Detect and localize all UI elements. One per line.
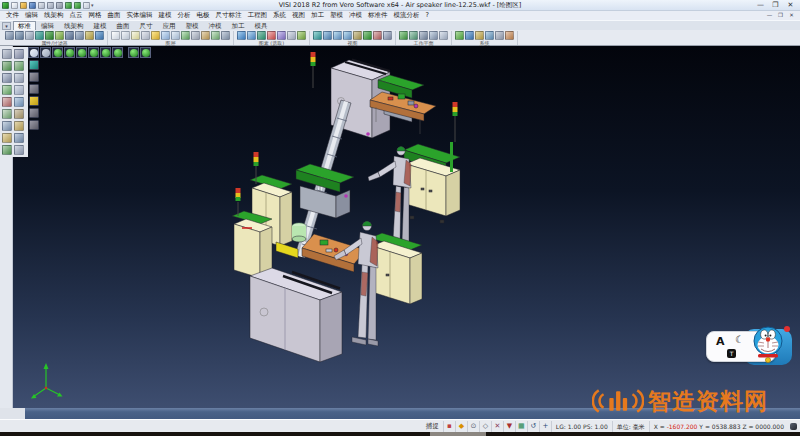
view-shaded-icon[interactable]	[140, 47, 151, 58]
minimize-button[interactable]: —	[753, 0, 768, 10]
move-entity-icon[interactable]	[2, 61, 12, 71]
menu-item[interactable]: ?	[423, 11, 432, 20]
trim-icon[interactable]	[2, 97, 12, 107]
ime-mode-indicator[interactable]: A	[716, 335, 725, 348]
crosshair-icon[interactable]: +	[539, 421, 551, 432]
menu-item[interactable]: 加工	[308, 11, 327, 20]
view-front-icon[interactable]	[28, 47, 39, 58]
menu-item[interactable]: 模流分析	[391, 11, 423, 20]
menu-item[interactable]: 点云	[67, 11, 86, 20]
snap-grid-icon[interactable]: ▦	[515, 421, 527, 432]
system-macro-icon[interactable]	[475, 31, 484, 40]
snap-intersection-icon[interactable]: ✕	[491, 421, 503, 432]
view-left-icon[interactable]	[88, 47, 99, 58]
snap-midpoint-icon[interactable]: ◆	[455, 421, 467, 432]
view-iso-icon[interactable]	[52, 47, 63, 58]
menu-item[interactable]: 网格	[86, 11, 105, 20]
select-solids-icon[interactable]	[29, 96, 39, 106]
toolbar-tab[interactable]: 加工	[227, 21, 250, 30]
toolbar-tab[interactable]: 编辑	[36, 21, 59, 30]
workplane-create-icon[interactable]	[399, 31, 408, 40]
select-window-icon[interactable]	[247, 31, 256, 40]
new-file-icon[interactable]	[11, 2, 18, 9]
entity-info-icon[interactable]	[95, 31, 104, 40]
rotate-view-icon[interactable]	[363, 31, 372, 40]
snap-endpoint-icon[interactable]: ▼	[503, 421, 515, 432]
select-wireframe-icon[interactable]	[29, 108, 39, 118]
menu-item[interactable]: 塑模	[327, 11, 346, 20]
attributes-edit-icon[interactable]	[14, 145, 24, 155]
copy-entity-icon[interactable]	[14, 61, 24, 71]
menu-item[interactable]: 实体编辑	[124, 11, 156, 20]
select-points-icon[interactable]	[29, 120, 39, 130]
fillet-icon[interactable]	[2, 109, 12, 119]
view-bottom-icon[interactable]	[76, 47, 87, 58]
mask-entities-icon[interactable]	[65, 31, 74, 40]
import-icon[interactable]	[38, 2, 45, 9]
ime-widget[interactable]: A ☾ T	[704, 324, 794, 370]
pan-view-icon[interactable]	[353, 31, 362, 40]
menu-item[interactable]: 工程图	[245, 11, 271, 20]
undo-edit-icon[interactable]	[2, 145, 12, 155]
attribute-copy-icon[interactable]	[25, 31, 34, 40]
print-icon[interactable]	[56, 2, 63, 9]
attribute-color-icon[interactable]	[5, 31, 14, 40]
layer-visible-icon[interactable]	[181, 31, 190, 40]
system-help-icon[interactable]	[505, 31, 514, 40]
3d-viewport-air-speaker-line[interactable]	[0, 46, 800, 408]
undo-icon[interactable]	[65, 2, 72, 9]
system-settings-icon[interactable]	[455, 31, 464, 40]
unmask-icon[interactable]	[75, 31, 84, 40]
toolbar-tab[interactable]: 建模	[89, 21, 112, 30]
layer-current-icon[interactable]	[151, 31, 160, 40]
zoom-in-icon[interactable]	[333, 31, 342, 40]
menu-item[interactable]: 曲面	[105, 11, 124, 20]
system-database-icon[interactable]	[465, 31, 474, 40]
filter-color-icon[interactable]	[45, 31, 54, 40]
select-entity-icon[interactable]	[2, 49, 12, 59]
zoom-window-icon[interactable]	[323, 31, 332, 40]
view-axonometric-icon[interactable]	[128, 47, 139, 58]
close-button[interactable]: ✕	[783, 0, 798, 10]
chamfer-icon[interactable]	[14, 109, 24, 119]
stretch-icon[interactable]	[14, 85, 24, 95]
menu-item[interactable]: 电极	[194, 11, 213, 20]
export-icon[interactable]	[47, 2, 54, 9]
workplane-rotate-icon[interactable]	[429, 31, 438, 40]
zoom-all-icon[interactable]	[313, 31, 322, 40]
offset-icon[interactable]	[2, 121, 12, 131]
select-by-layer-icon[interactable]	[297, 31, 306, 40]
layer-on-icon[interactable]	[131, 31, 140, 40]
previous-view-icon[interactable]	[373, 31, 382, 40]
status-indicator-icon[interactable]	[790, 423, 797, 430]
select-all-icon[interactable]	[237, 31, 246, 40]
menu-item[interactable]: 系统	[270, 11, 289, 20]
maximize-button[interactable]: ❐	[768, 0, 783, 10]
system-info-icon[interactable]	[485, 31, 494, 40]
snap-quadrant-icon[interactable]: ◇	[479, 421, 491, 432]
layer-new-icon[interactable]	[111, 31, 120, 40]
menu-item[interactable]: 编辑	[22, 11, 41, 20]
layer-hidden-icon[interactable]	[191, 31, 200, 40]
layer-copy-icon[interactable]	[171, 31, 180, 40]
save-icon[interactable]	[29, 2, 36, 9]
child-minimize-button[interactable]: —	[764, 11, 775, 19]
menu-item[interactable]: 冲模	[346, 11, 365, 20]
ungroup-icon[interactable]	[2, 133, 12, 143]
snap-point-icon[interactable]: ▪	[443, 421, 455, 432]
view-right-icon[interactable]	[100, 47, 111, 58]
deselect-all-icon[interactable]	[287, 31, 296, 40]
layer-settings-icon[interactable]	[221, 31, 230, 40]
toolbar-tab[interactable]: 尺寸	[135, 21, 158, 30]
workplane-origin-icon[interactable]	[409, 31, 418, 40]
ime-toolbox-icon[interactable]: T	[727, 349, 736, 358]
filter-type-icon[interactable]	[35, 31, 44, 40]
toolbar-tab[interactable]: 模具	[250, 21, 273, 30]
mirror-entity-icon[interactable]	[14, 73, 24, 83]
filter-layer-icon[interactable]	[55, 31, 64, 40]
layer-off-icon[interactable]	[141, 31, 150, 40]
menu-item[interactable]: 分析	[175, 11, 194, 20]
child-close-button[interactable]: ✕	[786, 11, 797, 19]
measure-distance-icon[interactable]	[14, 133, 24, 143]
rotate-entity-icon[interactable]	[2, 73, 12, 83]
